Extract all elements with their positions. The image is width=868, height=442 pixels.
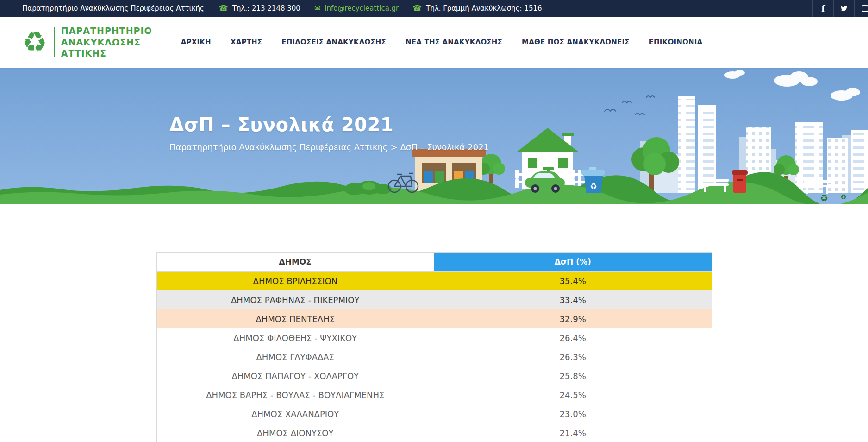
municipality-cell: ΔΗΜΟΣ ΒΑΡΗΣ - ΒΟΥΛΑΣ - ΒΟΥΛΙΑΓΜΕΝΗΣ	[156, 385, 434, 404]
municipality-cell: ΔΗΜΟΣ ΒΡΙΛΗΣΣΙΩΝ	[156, 272, 434, 290]
topbar-hotline-label: Τηλ. Γραμμή Ανακύκλωσης: 1516	[426, 4, 542, 13]
table-row: ΔΗΜΟΣ ΧΑΛΑΝΔΡΙΟΥ 23.0%	[156, 404, 712, 423]
logo-divider	[54, 27, 55, 57]
facebook-link[interactable]: f	[812, 0, 833, 17]
table-row: ΔΗΜΟΣ ΡΑΦΗΝΑΣ - ΠΙΚΕΡΜΙΟΥ 33.4%	[156, 290, 712, 309]
topbar-email: ✉ info@recycleattica.gr	[314, 4, 399, 13]
twitter-link[interactable]	[833, 0, 854, 17]
instagram-link[interactable]	[854, 0, 868, 17]
value-cell: 21.4%	[434, 423, 712, 442]
table-row: ΔΗΜΟΣ ΔΙΟΝΥΣΟΥ 21.4%	[156, 423, 712, 442]
hotline-phone-icon: ☎	[412, 5, 422, 12]
table-row: ΔΗΜΟΣ ΒΡΙΛΗΣΣΙΩΝ 35.4%	[156, 272, 712, 290]
table-body: ΔΗΜΟΣ ΒΡΙΛΗΣΣΙΩΝ 35.4% ΔΗΜΟΣ ΡΑΦΗΝΑΣ - Π…	[156, 272, 712, 442]
svg-text:♻: ♻	[820, 192, 828, 203]
nav-item-recycling-performance[interactable]: ΕΠΙΔΟΣΕΙΣ ΑΝΑΚΥΚΛΩΣΗΣ	[281, 38, 386, 46]
svg-text:♻: ♻	[590, 182, 597, 191]
topbar-site-name: Παρατηρητήριο Ανακύκλωσης Περιφέρειας Ατ…	[22, 4, 204, 13]
topbar: Παρατηρητήριο Ανακύκλωσης Περιφέρειας Ατ…	[0, 0, 868, 17]
email-icon: ✉	[314, 5, 320, 12]
value-cell: 26.3%	[434, 347, 712, 366]
municipality-cell: ΔΗΜΟΣ ΡΑΦΗΝΑΣ - ΠΙΚΕΡΜΙΟΥ	[156, 290, 434, 309]
column-header-municipality: ΔΗΜΟΣ	[156, 253, 434, 272]
table-row: ΔΗΜΟΣ ΠΕΝΤΕΛΗΣ 32.9%	[156, 309, 712, 328]
svg-text:♻: ♻	[840, 193, 846, 201]
site-header: ♻ ΠΑΡΑΤΗΡΗΤΗΡΙΟ ΑΝΑΚΥΚΛΩΣΗΣ ΑΤΤΙΚΗΣ ΑΡΧΙ…	[0, 17, 868, 68]
facebook-icon: f	[821, 4, 825, 13]
value-cell: 26.4%	[434, 328, 712, 347]
topbar-hotline: ☎ Τηλ. Γραμμή Ανακύκλωσης: 1516	[412, 4, 542, 13]
nav-item-home[interactable]: ΑΡΧΙΚΗ	[181, 38, 211, 46]
value-cell: 23.0%	[434, 404, 712, 423]
nav-item-map[interactable]: ΧΑΡΤΗΣ	[231, 38, 262, 46]
page-title: ΔσΠ – Συνολικά 2021	[169, 114, 489, 135]
table-header-row: ΔΗΜΟΣ ΔσΠ (%)	[156, 253, 712, 272]
recycle-logo-icon: ♻	[22, 28, 47, 56]
site-logo[interactable]: ♻ ΠΑΡΑΤΗΡΗΤΗΡΙΟ ΑΝΑΚΥΚΛΩΣΗΣ ΑΤΤΙΚΗΣ	[22, 25, 152, 59]
table-row: ΔΗΜΟΣ ΓΛΥΦΑΔΑΣ 26.3%	[156, 347, 712, 366]
nav-item-recycling-news[interactable]: ΝΕΑ ΤΗΣ ΑΝΑΚΥΚΛΩΣΗΣ	[406, 38, 502, 46]
phone-icon: ☎	[219, 5, 228, 12]
breadcrumb: Παρατηρητήριο Ανακύκλωσης Περιφέρειας Ατ…	[169, 142, 489, 152]
breadcrumb-home-link[interactable]: Παρατηρητήριο Ανακύκλωσης Περιφέρειας Ατ…	[169, 142, 387, 152]
logo-text: ΠΑΡΑΤΗΡΗΤΗΡΙΟ ΑΝΑΚΥΚΛΩΣΗΣ ΑΤΤΙΚΗΣ	[61, 25, 152, 59]
nav-item-learn-how[interactable]: ΜΑΘΕ ΠΩΣ ΑΝΑΚΥΚΛΩΝΕΙΣ	[522, 38, 630, 46]
column-header-dsp-percent: ΔσΠ (%)	[434, 253, 712, 272]
municipality-cell: ΔΗΜΟΣ ΧΑΛΑΝΔΡΙΟΥ	[156, 404, 434, 423]
value-cell: 25.8%	[434, 366, 712, 385]
topbar-phone-label: Τηλ.: 213 2148 300	[232, 4, 300, 13]
table-row: ΔΗΜΟΣ ΦΙΛΟΘΕΗΣ - ΨΥΧΙΚΟΥ 26.4%	[156, 328, 712, 347]
dsp-ranking-table: ΔΗΜΟΣ ΔσΠ (%) ΔΗΜΟΣ ΒΡΙΛΗΣΣΙΩΝ 35.4% ΔΗΜ…	[156, 252, 712, 442]
value-cell: 33.4%	[434, 290, 712, 309]
twitter-icon	[840, 4, 848, 13]
municipality-cell: ΔΗΜΟΣ ΔΙΟΝΥΣΟΥ	[156, 423, 434, 442]
topbar-phone: ☎ Τηλ.: 213 2148 300	[219, 4, 300, 13]
value-cell: 32.9%	[434, 309, 712, 328]
nav-item-contact[interactable]: ΕΠΙΚΟΙΝΩΝΙΑ	[649, 38, 703, 46]
table-row: ΔΗΜΟΣ ΒΑΡΗΣ - ΒΟΥΛΑΣ - ΒΟΥΛΙΑΓΜΕΝΗΣ 24.5…	[156, 385, 712, 404]
municipality-cell: ΔΗΜΟΣ ΠΑΠΑΓΟΥ - ΧΟΛΑΡΓΟΥ	[156, 366, 434, 385]
social-links: f	[812, 0, 868, 17]
value-cell: 35.4%	[434, 272, 712, 290]
breadcrumb-current: ΔσΠ – Συνολικά 2021	[400, 142, 489, 152]
hero-banner: ♻ ♻ ♻ ΔσΠ – Συνολικά 2021 Παρατηρητήριο …	[0, 68, 868, 204]
hero-text-block: ΔσΠ – Συνολικά 2021 Παρατηρητήριο Ανακύκ…	[169, 114, 489, 152]
municipality-cell: ΔΗΜΟΣ ΦΙΛΟΘΕΗΣ - ΨΥΧΙΚΟΥ	[156, 328, 434, 347]
municipality-cell: ΔΗΜΟΣ ΠΕΝΤΕΛΗΣ	[156, 309, 434, 328]
main-nav: ΑΡΧΙΚΗ ΧΑΡΤΗΣ ΕΠΙΔΟΣΕΙΣ ΑΝΑΚΥΚΛΩΣΗΣ ΝΕΑ …	[181, 38, 703, 46]
value-cell: 24.5%	[434, 385, 712, 404]
email-link[interactable]: info@recycleattica.gr	[325, 4, 399, 13]
instagram-icon	[862, 5, 868, 12]
breadcrumb-separator: >	[390, 142, 397, 152]
municipality-cell: ΔΗΜΟΣ ΓΛΥΦΑΔΑΣ	[156, 347, 434, 366]
hero-postbox	[732, 170, 748, 193]
main-content: ΔΗΜΟΣ ΔσΠ (%) ΔΗΜΟΣ ΒΡΙΛΗΣΣΙΩΝ 35.4% ΔΗΜ…	[0, 204, 868, 442]
table-row: ΔΗΜΟΣ ΠΑΠΑΓΟΥ - ΧΟΛΑΡΓΟΥ 25.8%	[156, 366, 712, 385]
